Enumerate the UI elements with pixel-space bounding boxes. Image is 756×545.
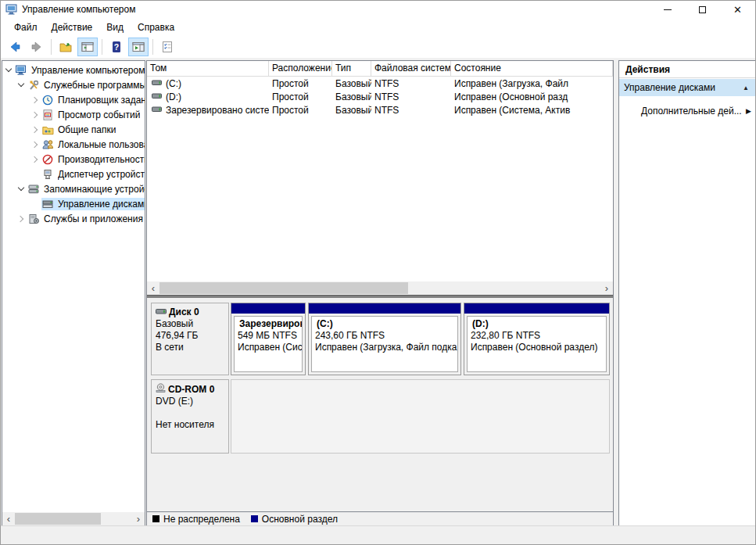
volume-icon <box>152 105 162 116</box>
cdrom-empty-area[interactable] <box>231 379 610 454</box>
tree-item-label: Общие папки <box>58 124 116 135</box>
chevron-right-icon[interactable] <box>30 154 41 165</box>
volume-icon <box>152 78 162 89</box>
minimize-button[interactable] <box>650 1 685 18</box>
toolbar: ? <box>1 36 755 58</box>
actions-more[interactable]: Дополнительные дей... ▶ <box>619 103 755 119</box>
tree-item-system-tools[interactable]: Служебные программы <box>2 77 145 92</box>
tree-horizontal-scrollbar[interactable]: ‹ › <box>2 512 145 525</box>
column-header-status[interactable]: Состояние <box>451 61 613 76</box>
partition-d[interactable]: (D:) 232,80 ГБ NTFS Исправен (Основной р… <box>464 303 610 375</box>
tree-item-task-scheduler[interactable]: Планировщик заданий <box>2 92 145 107</box>
menu-help[interactable]: Справка <box>131 20 181 35</box>
local-users-icon <box>42 139 55 150</box>
device-manager-icon <box>42 169 55 180</box>
menu-file[interactable]: Файл <box>7 20 45 35</box>
customize-icon[interactable] <box>157 38 177 56</box>
volume-row-c[interactable]: (C:) Простой Базовый NTFS Исправен (Загр… <box>147 77 613 90</box>
tree-item-label: Управление компьютером (л <box>31 65 145 76</box>
chevron-down-icon[interactable] <box>4 65 15 76</box>
toolbar-separator <box>102 39 102 55</box>
actions-pane: Действия Управление дисками ▲ Дополнител… <box>618 60 756 526</box>
graphical-view: Диск 0 Базовый 476,94 ГБ В сети Зарезерв… <box>147 298 613 511</box>
computer-management-window: Управление компьютером ✕ Файл Действие В… <box>0 0 756 545</box>
chevron-down-icon[interactable] <box>16 184 27 195</box>
volume-row-reserved[interactable]: Зарезервировано системой Простой Базовый… <box>147 103 613 117</box>
services-icon <box>28 213 41 224</box>
scrollbar-thumb[interactable] <box>159 282 408 294</box>
legend-bar: Не распределена Основной раздел <box>147 511 613 525</box>
cdrom-drive: DVD (E:) <box>156 396 224 407</box>
no-expander <box>30 169 41 180</box>
disk0-size: 476,94 ГБ <box>156 330 224 342</box>
partition-reserved[interactable]: Зарезервиров 549 МБ NTFS Исправен (Сис <box>231 303 306 375</box>
tree-item-shared-folders[interactable]: Общие папки <box>2 122 145 137</box>
console-tree: Управление компьютером (л Служебные прог… <box>2 61 145 512</box>
collapse-arrow-icon[interactable]: ▲ <box>743 84 749 91</box>
menu-action[interactable]: Действие <box>45 20 100 35</box>
back-icon[interactable] <box>5 38 25 56</box>
help-icon[interactable]: ? <box>106 38 127 56</box>
scroll-left-icon[interactable]: ‹ <box>2 513 15 525</box>
tree-item-label: Локальные пользовате <box>58 139 145 150</box>
disk0-label[interactable]: Диск 0 Базовый 476,94 ГБ В сети <box>151 303 229 375</box>
chevron-down-icon[interactable] <box>16 80 27 91</box>
scroll-left-icon[interactable]: ‹ <box>147 282 159 294</box>
cdrom-media: Нет носителя <box>156 419 224 431</box>
maximize-button[interactable] <box>685 1 720 18</box>
chevron-right-icon[interactable] <box>30 124 41 135</box>
volume-row-d[interactable]: (D:) Простой Базовый NTFS Исправен (Осно… <box>147 90 613 103</box>
scroll-right-icon[interactable]: › <box>132 513 145 525</box>
tree-item-label: Производительность <box>58 154 145 165</box>
cdrom-label[interactable]: CD-ROM 0 DVD (E:) Нет носителя <box>151 379 229 454</box>
tree-item-event-viewer[interactable]: Просмотр событий <box>2 107 145 122</box>
partition-c[interactable]: (C:) 243,60 ГБ NTFS Исправен (Загрузка, … <box>308 303 461 375</box>
show-console-tree-icon[interactable] <box>77 38 98 56</box>
tree-item-disk-management[interactable]: Управление дисками <box>2 196 145 211</box>
menu-view[interactable]: Вид <box>99 20 131 35</box>
storage-icon <box>28 184 41 195</box>
column-header-volume[interactable]: Том <box>147 61 269 76</box>
scrollbar-thumb[interactable] <box>15 513 101 525</box>
tree-item-storage[interactable]: Запоминающие устройст <box>2 181 145 196</box>
tools-icon <box>28 80 41 91</box>
chevron-right-icon[interactable] <box>30 95 41 106</box>
column-header-filesystem[interactable]: Файловая система <box>371 61 451 76</box>
forward-icon[interactable] <box>27 38 47 56</box>
partition-color-bar <box>309 303 460 314</box>
tree-item-device-manager[interactable]: Диспетчер устройств <box>2 167 145 181</box>
tree-item-label: Управление дисками <box>58 199 145 210</box>
list-horizontal-scrollbar[interactable]: ‹ › <box>147 281 613 295</box>
legend-color-unallocated <box>152 515 159 522</box>
chevron-right-icon[interactable] <box>30 109 41 120</box>
toolbar-separator <box>51 39 52 55</box>
partition-color-bar <box>464 303 609 314</box>
shared-folders-icon <box>42 124 55 135</box>
title-bar: Управление компьютером ✕ <box>1 1 755 18</box>
tree-item-label: Службы и приложения <box>44 213 143 224</box>
column-header-layout[interactable]: Расположение <box>269 61 332 76</box>
close-button[interactable]: ✕ <box>720 1 755 18</box>
tree-item-label: Просмотр событий <box>58 109 140 120</box>
cdrom-row: CD-ROM 0 DVD (E:) Нет носителя <box>151 379 610 454</box>
scroll-right-icon[interactable]: › <box>600 282 613 294</box>
partition-color-bar <box>231 303 305 314</box>
status-bar <box>1 525 755 544</box>
column-header-type[interactable]: Тип <box>332 61 371 76</box>
chevron-right-icon[interactable] <box>30 139 41 150</box>
export-list-icon[interactable] <box>56 38 76 56</box>
disk0-status: В сети <box>156 342 224 353</box>
svg-text:?: ? <box>114 42 119 52</box>
tree-item-services-applications[interactable]: Службы и приложения <box>2 211 145 226</box>
chevron-right-icon[interactable] <box>16 213 27 224</box>
actions-disk-management[interactable]: Управление дисками ▲ <box>619 79 755 96</box>
tree-item-performance[interactable]: Производительность <box>2 152 145 167</box>
volume-list-header: Том Расположение Тип Файловая система Со… <box>147 61 613 77</box>
show-action-pane-icon[interactable] <box>128 38 149 56</box>
tree-item-local-users[interactable]: Локальные пользовате <box>2 137 145 152</box>
app-icon <box>5 3 18 16</box>
menu-bar: Файл Действие Вид Справка <box>1 18 755 36</box>
disk-icon <box>156 307 167 318</box>
content-area: Управление компьютером (л Служебные прог… <box>1 58 755 527</box>
tree-item-computer-management[interactable]: Управление компьютером (л <box>2 63 145 77</box>
